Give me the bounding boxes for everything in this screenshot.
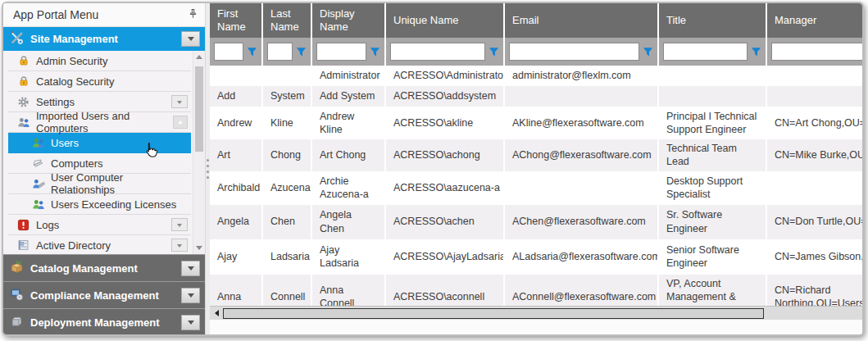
table-cell: Chen <box>262 205 311 239</box>
dropdown-button[interactable] <box>171 239 188 252</box>
table-cell: Azucena <box>262 171 311 205</box>
sidebar-item-active-directory[interactable]: Active Directory <box>8 235 191 254</box>
column-header-title[interactable]: Title <box>658 3 766 38</box>
scrollbar-thumb[interactable] <box>195 66 203 152</box>
table-cell: Archibald <box>210 171 262 205</box>
scroll-left-button[interactable] <box>210 307 223 320</box>
filter-input-manager[interactable] <box>771 43 862 61</box>
scroll-up-button[interactable] <box>193 51 205 63</box>
computer-icon <box>31 157 45 169</box>
table-cell: Angela Chen <box>311 205 385 239</box>
table-row[interactable]: Art Chong Art Chong ACRESSO\achong AChon… <box>210 139 862 171</box>
table-cell: CN=James Gibson,O <box>766 239 862 275</box>
table-cell: Archie Azucena-a <box>311 171 385 205</box>
users-table: First Name Last Name Display Name Unique… <box>210 3 862 306</box>
table-cell: Principal I Technical Support Engineer <box>658 107 766 139</box>
filter-input-first-name[interactable] <box>214 43 243 61</box>
filter-icon[interactable] <box>489 47 499 57</box>
column-header-manager[interactable]: Manager <box>766 3 862 38</box>
table-cell: CN=Art Chong,OU=U <box>766 107 862 139</box>
table-cell: AChong@flexerasoftware.com <box>504 139 658 171</box>
table-cell: AConnell@flexerasoftware.com <box>504 275 658 307</box>
table-row[interactable]: Archibald Azucena Archie Azucena-a ACRES… <box>210 171 862 205</box>
sidebar-item-users-exceeding-licenses[interactable]: Users Exceeding Licenses <box>8 194 191 215</box>
filter-input-title[interactable] <box>663 43 748 61</box>
sidebar-item-catalog-security[interactable]: Catalog Security <box>8 71 191 92</box>
table-row[interactable]: Add System Add System ACRESSO\addsystem <box>210 86 862 107</box>
menu-items: Admin Security Catalog Security Settings <box>3 51 193 254</box>
filter-icon[interactable] <box>643 47 653 57</box>
sidebar-item-label: Catalog Security <box>36 75 114 88</box>
dropdown-button[interactable] <box>171 218 188 231</box>
sidebar-item-user-computer-relationships[interactable]: User Computer Relationships <box>8 174 191 194</box>
filter-icon[interactable] <box>370 47 380 57</box>
table-cell <box>210 66 262 86</box>
sidebar-titlebar: App Portal Menu <box>3 3 205 27</box>
table-cell: CN=Don Turtle,OU= <box>766 205 862 239</box>
collapse-button[interactable] <box>173 116 188 129</box>
filter-input-email[interactable] <box>509 43 639 61</box>
chevron-down-button[interactable] <box>181 261 200 276</box>
sidebar-item-label: Settings <box>36 96 75 108</box>
sidebar-item-imported-users-and-computers[interactable]: Imported Users and Computers <box>8 112 191 133</box>
column-header-unique-name[interactable]: Unique Name <box>385 3 504 38</box>
users-group-icon <box>16 116 30 129</box>
table-cell: ACRESSO\akline <box>385 107 504 139</box>
sidebar-section-catalog-management[interactable]: Catalog Management <box>3 254 205 281</box>
grid-body: Administrator ACRESSO\Administrator admi… <box>210 66 862 306</box>
section-label: Catalog Management <box>30 262 138 275</box>
chevron-down-button[interactable] <box>181 315 200 330</box>
table-cell: ACRESSO\aconnell <box>385 275 504 307</box>
column-header-last-name[interactable]: Last Name <box>262 3 311 38</box>
lock-icon <box>16 55 30 66</box>
filter-input-display-name[interactable] <box>316 43 366 61</box>
table-cell: Andrew Kline <box>311 107 385 139</box>
sidebar-item-admin-security[interactable]: Admin Security <box>8 51 191 71</box>
filter-icon[interactable] <box>296 47 307 57</box>
table-cell <box>658 86 766 107</box>
table-cell: Ajay <box>210 239 262 275</box>
table-row[interactable]: Administrator ACRESSO\Administrator admi… <box>210 66 862 86</box>
sidebar-scrollbar[interactable] <box>193 51 205 254</box>
chevron-down-button[interactable] <box>181 31 200 47</box>
table-cell: Chong <box>262 139 311 171</box>
table-cell: VP, Account Management & Compliance <box>658 275 766 307</box>
filter-input-last-name[interactable] <box>267 43 293 61</box>
table-cell: Desktop Support Specialist <box>658 171 766 205</box>
chevron-down-button[interactable] <box>181 288 200 303</box>
dropdown-button[interactable] <box>171 95 188 108</box>
sidebar-section-deployment-management[interactable]: Deployment Management <box>3 308 205 335</box>
sidebar-section-compliance-management[interactable]: Compliance Management <box>3 281 205 308</box>
column-header-first-name[interactable]: First Name <box>210 3 262 38</box>
sidebar-item-users[interactable]: Users <box>8 133 191 153</box>
sidebar-item-label: Users <box>51 137 79 149</box>
table-cell: Kline <box>262 107 311 139</box>
table-cell: administrator@flexlm.com <box>504 66 658 86</box>
sidebar-item-logs[interactable]: Logs <box>8 215 191 235</box>
filter-icon[interactable] <box>751 47 761 57</box>
column-header-email[interactable]: Email <box>504 3 658 38</box>
table-cell: Ajay Ladsaria <box>311 239 385 275</box>
table-cell: ACRESSO\aazucena-a <box>385 171 504 205</box>
table-cell: Anna <box>210 275 262 307</box>
table-row[interactable]: Angela Chen Angela Chen ACRESSO\achen AC… <box>210 205 862 239</box>
table-row[interactable]: Andrew Kline Andrew Kline ACRESSO\akline… <box>210 107 862 139</box>
table-cell: System <box>262 86 311 107</box>
app-portal-window: App Portal Menu Site Management <box>2 2 864 336</box>
sidebar-section-site-management[interactable]: Site Management <box>3 27 205 51</box>
section-label: Site Management <box>30 33 118 45</box>
table-cell: ACRESSO\AjayLadsaria <box>385 239 504 275</box>
table-cell: Sr. Software Engineer <box>658 205 766 239</box>
status-strip <box>210 320 862 334</box>
scroll-down-button[interactable] <box>193 242 205 254</box>
column-header-display-name[interactable]: Display Name <box>311 3 385 38</box>
filter-input-unique-name[interactable] <box>390 43 485 61</box>
sidebar-item-label: Admin Security <box>36 55 107 67</box>
scrollbar-thumb[interactable] <box>223 308 764 319</box>
horizontal-scrollbar[interactable] <box>210 306 862 320</box>
pin-icon[interactable] <box>188 8 198 21</box>
filter-icon[interactable] <box>247 47 257 57</box>
table-row[interactable]: Anna Connell Anna Connell ACRESSO\aconne… <box>210 275 862 307</box>
table-row[interactable]: Ajay Ladsaria Ajay Ladsaria ACRESSO\Ajay… <box>210 239 862 275</box>
table-cell: AKline@flexerasoftware.com <box>504 107 658 139</box>
